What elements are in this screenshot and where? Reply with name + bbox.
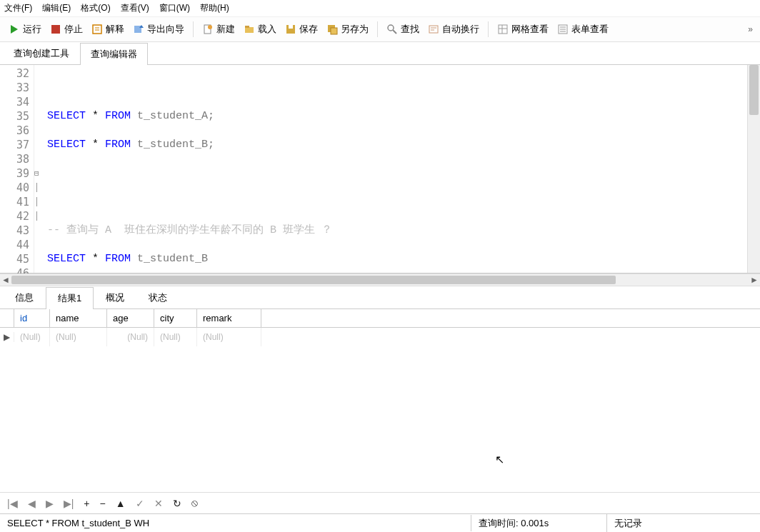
toolbar: 运行 停止 解释 导出向导 新建 载入 保存 另存为 查找 自动换行 网格查看 (0, 17, 760, 42)
menu-help[interactable]: 帮助(H) (200, 2, 229, 14)
svg-rect-18 (499, 25, 507, 34)
toolbar-overflow[interactable]: » (745, 24, 756, 34)
saveas-button[interactable]: 另存为 (322, 20, 373, 39)
nav-edit-icon[interactable]: ▲ (116, 498, 126, 509)
formview-button[interactable]: 表单查看 (553, 20, 613, 39)
new-icon (202, 24, 214, 35)
menu-file[interactable]: 文件(F) (4, 2, 32, 14)
export-icon (133, 24, 144, 35)
saveas-icon (326, 24, 338, 35)
cell-id[interactable]: (Null) (14, 328, 50, 346)
gridview-button[interactable]: 网格查看 (493, 20, 553, 39)
cell-remark[interactable]: (Null) (197, 328, 261, 346)
find-label: 查找 (401, 23, 419, 36)
grid-body[interactable]: ▶ (Null) (Null) (Null) (Null) (Null) (0, 328, 760, 492)
export-wizard-button[interactable]: 导出向导 (129, 20, 189, 39)
col-city[interactable]: city (154, 309, 197, 327)
col-name[interactable]: name (50, 309, 107, 327)
tab-query-editor[interactable]: 查询编辑器 (80, 43, 148, 65)
separator (488, 21, 489, 37)
save-icon (285, 24, 296, 35)
grid-header: id name age city remark (0, 309, 760, 328)
menu-edit[interactable]: 编辑(E) (42, 2, 71, 14)
col-age[interactable]: age (107, 309, 154, 327)
separator (193, 21, 194, 37)
new-button[interactable]: 新建 (198, 20, 239, 39)
find-button[interactable]: 查找 (382, 20, 424, 39)
svg-rect-2 (93, 25, 101, 34)
status-time: 查询时间: 0.001s (471, 514, 607, 533)
code-area[interactable]: SELECT * FROM t_student_A; SELECT * FROM… (44, 65, 747, 273)
svg-rect-12 (289, 25, 293, 29)
editor-hscrollbar[interactable]: ◄ ► (0, 273, 760, 286)
play-icon (9, 24, 20, 35)
nav-delete-icon[interactable]: − (99, 498, 105, 509)
stop-button[interactable]: 停止 (46, 20, 87, 39)
cell-name[interactable]: (Null) (50, 328, 107, 346)
fold-icon[interactable]: ⊟ (34, 166, 44, 181)
line-gutter: 323334 353637 383940 414243 444546 (0, 65, 34, 273)
tab-overview[interactable]: 概况 (94, 286, 136, 308)
editor-vscrollbar[interactable] (747, 65, 760, 273)
gridview-label: 网格查看 (511, 23, 549, 36)
sql-editor[interactable]: 323334 353637 383940 414243 444546 ⊟ │││… (0, 65, 760, 273)
run-label: 运行 (23, 23, 41, 36)
search-icon (386, 24, 398, 35)
wrap-icon (428, 24, 439, 35)
nav-cancel-icon[interactable]: ✕ (154, 498, 163, 509)
wrap-label: 自动换行 (442, 23, 479, 36)
form-icon (557, 24, 569, 35)
load-icon (244, 24, 255, 35)
svg-rect-9 (245, 27, 254, 33)
status-records: 无记录 (607, 514, 760, 533)
top-tabbar: 查询创建工具 查询编辑器 (0, 42, 760, 65)
tab-query-builder[interactable]: 查询创建工具 (3, 42, 80, 64)
menu-window[interactable]: 窗口(W) (159, 2, 190, 14)
nav-refresh-icon[interactable]: ↻ (173, 498, 181, 509)
run-button[interactable]: 运行 (4, 20, 46, 39)
export-label: 导出向导 (147, 23, 184, 36)
fold-gutter: ⊟ │││ (34, 65, 44, 273)
load-button[interactable]: 载入 (239, 20, 281, 39)
svg-point-15 (388, 25, 394, 31)
explain-icon (91, 24, 103, 35)
tab-info[interactable]: 信息 (3, 286, 46, 308)
tab-result1[interactable]: 结果1 (46, 287, 94, 309)
nav-prev-icon[interactable]: ◀ (28, 498, 36, 509)
formview-label: 表单查看 (571, 23, 609, 36)
nav-commit-icon[interactable]: ✓ (136, 498, 144, 509)
load-label: 载入 (258, 23, 276, 36)
new-label: 新建 (216, 23, 235, 36)
cell-city[interactable]: (Null) (154, 328, 197, 346)
menu-format[interactable]: 格式(O) (81, 2, 110, 14)
cell-age[interactable]: (Null) (107, 328, 154, 346)
svg-marker-0 (11, 25, 18, 34)
row-marker-icon: ▶ (0, 332, 14, 342)
svg-rect-17 (429, 26, 438, 33)
explain-label: 解释 (106, 23, 124, 36)
stop-icon (50, 24, 61, 35)
nav-next-icon[interactable]: ▶ (46, 498, 54, 509)
col-remark[interactable]: remark (197, 309, 261, 327)
menu-view[interactable]: 查看(V) (121, 2, 149, 14)
nav-last-icon[interactable]: ▶| (64, 498, 74, 509)
col-id[interactable]: id (14, 309, 50, 327)
grid-icon (497, 24, 509, 35)
svg-rect-14 (331, 28, 337, 34)
svg-line-16 (393, 30, 396, 34)
wordwrap-button[interactable]: 自动换行 (424, 20, 484, 39)
grid-row[interactable]: ▶ (Null) (Null) (Null) (Null) (Null) (0, 328, 760, 346)
tab-state[interactable]: 状态 (136, 286, 179, 308)
result-grid: id name age city remark ▶ (Null) (Null) … (0, 309, 760, 492)
svg-point-8 (208, 25, 212, 29)
statusbar: SELECT * FROM t_student_B WH 查询时间: 0.001… (0, 513, 760, 532)
nav-add-icon[interactable]: + (84, 498, 89, 509)
status-sql: SELECT * FROM t_student_B WH (0, 515, 471, 531)
save-button[interactable]: 保存 (281, 20, 322, 39)
nav-stop-icon[interactable]: ⦸ (191, 497, 198, 509)
explain-button[interactable]: 解释 (87, 20, 129, 39)
svg-rect-1 (51, 25, 60, 34)
nav-first-icon[interactable]: |◀ (7, 498, 18, 509)
saveas-label: 另存为 (341, 23, 369, 36)
separator (377, 21, 378, 37)
